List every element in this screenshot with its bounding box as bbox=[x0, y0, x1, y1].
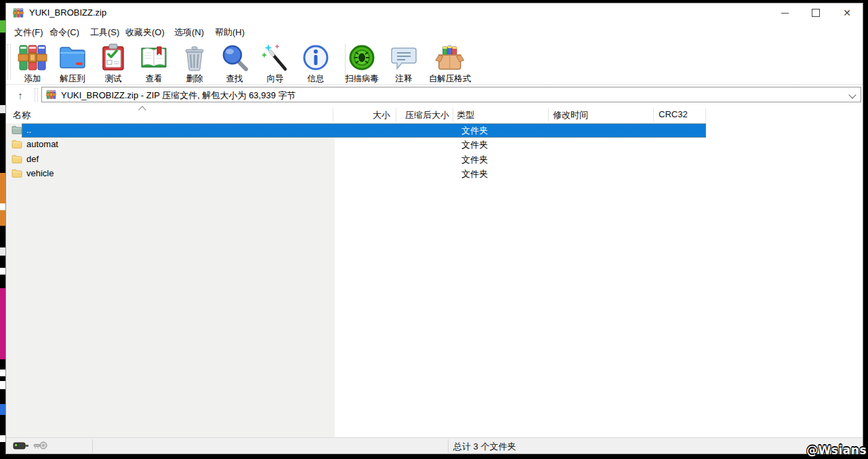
menu-item-1[interactable]: 命令(C) bbox=[47, 25, 82, 40]
winrar-archive-icon bbox=[13, 7, 24, 18]
toolbar-button-7[interactable]: 信息 bbox=[301, 43, 331, 85]
file-row-automat[interactable]: automat文件夹 bbox=[6, 138, 863, 152]
address-bar: ↑ YUKI_BROBIZZ.zip - ZIP 压缩文件, 解包大小为 63,… bbox=[6, 85, 863, 105]
folder-icon bbox=[12, 154, 22, 164]
menu-item-3[interactable]: 收藏夹(O) bbox=[123, 25, 167, 40]
file-list-header: 名称大小压缩后大小类型修改时间CRC32 bbox=[6, 106, 863, 123]
toolbar-button-6[interactable]: 向导 bbox=[260, 43, 290, 85]
chevron-down-icon[interactable] bbox=[848, 91, 856, 98]
column-separator[interactable] bbox=[453, 108, 453, 121]
column-header-0[interactable]: 名称 bbox=[13, 109, 30, 121]
winrar-window: YUKI_BROBIZZ.zip ✕ 文件(F)命令(C)工具(S)收藏夹(O)… bbox=[5, 3, 863, 454]
file-row--[interactable]: ..文件夹 bbox=[6, 123, 863, 138]
screen: YUKI_BROBIZZ.zip ✕ 文件(F)命令(C)工具(S)收藏夹(O)… bbox=[0, 0, 868, 459]
menu-item-4[interactable]: 选项(N) bbox=[171, 25, 207, 40]
title-bar: YUKI_BROBIZZ.zip ✕ bbox=[6, 3, 863, 22]
add-archive-icon bbox=[18, 43, 47, 73]
row-type: 文件夹 bbox=[461, 139, 488, 151]
menu-item-0[interactable]: 文件(F) bbox=[12, 25, 46, 40]
sort-ascending-icon bbox=[138, 106, 146, 113]
column-separator[interactable] bbox=[653, 108, 654, 121]
toolbar-button-8[interactable]: 扫描病毒 bbox=[345, 43, 379, 85]
toolbar-button-5[interactable]: 查找 bbox=[220, 43, 249, 85]
window-title: YUKI_BROBIZZ.zip bbox=[29, 7, 106, 18]
file-row-def[interactable]: def文件夹 bbox=[6, 153, 863, 167]
row-type: 文件夹 bbox=[461, 125, 488, 137]
toolbar-button-10[interactable]: 自解压格式 bbox=[429, 43, 472, 85]
column-header-2[interactable]: 压缩后大小 bbox=[405, 109, 449, 121]
file-row-vehicle[interactable]: vehicle文件夹 bbox=[6, 167, 863, 181]
column-separator[interactable] bbox=[396, 108, 396, 121]
selection-highlight bbox=[22, 123, 706, 138]
find-magnifier-icon bbox=[220, 43, 249, 73]
row-name: def bbox=[26, 154, 39, 164]
key-icon bbox=[13, 441, 29, 454]
toolbar-button-label: 添加 bbox=[18, 73, 47, 85]
folder-icon bbox=[12, 168, 22, 178]
up-arrow-icon: ↑ bbox=[18, 89, 23, 101]
toolbar-button-0[interactable]: 添加 bbox=[18, 43, 47, 85]
column-separator[interactable] bbox=[705, 108, 706, 121]
column-separator[interactable] bbox=[333, 108, 333, 121]
sfx-box-icon bbox=[435, 43, 465, 73]
statusbar-separator bbox=[92, 439, 93, 453]
toolbar-button-label: 解压到 bbox=[58, 73, 87, 85]
delete-trash-icon bbox=[180, 43, 209, 73]
status-total-text: 总计 3 个文件夹 bbox=[453, 441, 516, 453]
menu-bar: 文件(F)命令(C)工具(S)收藏夹(O)选项(N)帮助(H) bbox=[6, 22, 863, 40]
maximize-icon bbox=[812, 9, 820, 17]
toolbar-button-label: 查找 bbox=[220, 73, 249, 85]
view-book-icon bbox=[139, 43, 169, 73]
row-type: 文件夹 bbox=[461, 168, 488, 180]
virus-scan-icon bbox=[347, 43, 377, 73]
minimize-button[interactable] bbox=[769, 3, 800, 22]
archive-path-text: YUKI_BROBIZZ.zip - ZIP 压缩文件, 解包大小为 63,93… bbox=[61, 89, 296, 102]
menu-item-2[interactable]: 工具(S) bbox=[87, 25, 122, 40]
toolbar-grip[interactable] bbox=[7, 44, 11, 79]
row-name: vehicle bbox=[26, 168, 54, 178]
toolbar: 添加解压到测试查看删除查找向导信息扫描病毒注释自解压格式 bbox=[6, 40, 863, 85]
archive-path-combobox[interactable]: YUKI_BROBIZZ.zip - ZIP 压缩文件, 解包大小为 63,93… bbox=[41, 87, 861, 102]
column-header-4[interactable]: 修改时间 bbox=[553, 109, 588, 121]
toolbar-button-3[interactable]: 查看 bbox=[139, 43, 169, 85]
toolbar-button-2[interactable]: 测试 bbox=[98, 43, 128, 85]
row-name: automat bbox=[26, 139, 58, 149]
column-header-1[interactable]: 大小 bbox=[373, 109, 390, 121]
test-clipboard-icon bbox=[98, 43, 128, 73]
comment-icon bbox=[389, 43, 419, 73]
toolbar-button-label: 删除 bbox=[180, 73, 209, 85]
extract-to-folder-icon bbox=[58, 43, 87, 73]
info-icon bbox=[301, 43, 331, 73]
column-header-5[interactable]: CRC32 bbox=[659, 109, 688, 119]
statusbar-separator bbox=[448, 439, 449, 453]
maximize-button[interactable] bbox=[800, 3, 831, 22]
folder-icon bbox=[12, 139, 22, 149]
winrar-zip-icon bbox=[46, 89, 56, 100]
toolbar-button-label: 查看 bbox=[139, 73, 169, 85]
close-button[interactable]: ✕ bbox=[831, 3, 863, 22]
addressbar-grip[interactable] bbox=[35, 88, 38, 102]
wizard-wand-icon bbox=[260, 43, 290, 73]
column-separator[interactable] bbox=[548, 108, 549, 121]
toolbar-button-label: 向导 bbox=[260, 73, 290, 85]
disk-icon bbox=[33, 441, 48, 454]
row-type: 文件夹 bbox=[461, 154, 488, 166]
status-bar: 总计 3 个文件夹 bbox=[6, 437, 863, 454]
watermark-logo: @Wsians bbox=[806, 443, 867, 457]
up-one-level-button[interactable]: ↑ bbox=[12, 87, 29, 103]
row-name: .. bbox=[26, 125, 31, 135]
menu-item-5[interactable]: 帮助(H) bbox=[212, 25, 247, 40]
toolbar-button-label: 信息 bbox=[301, 73, 331, 85]
toolbar-button-label: 测试 bbox=[98, 73, 128, 85]
close-icon: ✕ bbox=[843, 8, 851, 18]
toolbar-button-1[interactable]: 解压到 bbox=[58, 43, 87, 85]
toolbar-button-4[interactable]: 删除 bbox=[180, 43, 209, 85]
folder-up-icon bbox=[12, 125, 22, 135]
column-header-3[interactable]: 类型 bbox=[457, 109, 474, 121]
toolbar-button-label: 注释 bbox=[389, 73, 419, 85]
toolbar-button-label: 自解压格式 bbox=[429, 73, 472, 85]
toolbar-button-label: 扫描病毒 bbox=[345, 73, 379, 85]
minimize-icon bbox=[781, 13, 789, 14]
toolbar-button-9[interactable]: 注释 bbox=[389, 43, 419, 85]
